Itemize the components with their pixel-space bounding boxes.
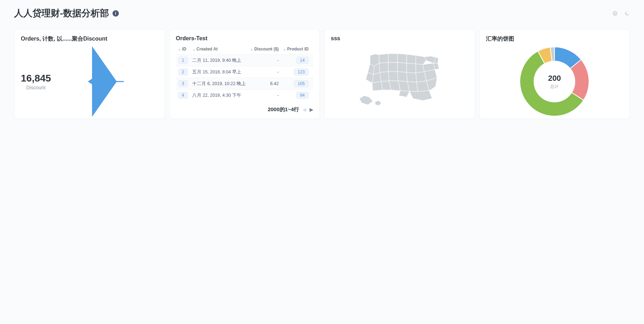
pager: 2000的1~4行 ◀ ▶	[176, 103, 314, 113]
sort-caret-icon: ▲	[178, 48, 181, 51]
dashboard-header: 人人贷理财-数据分析部 i	[14, 7, 630, 19]
dashboard-page: 人人贷理财-数据分析部 i Orders, 计数, 以......聚合Disco…	[0, 0, 644, 126]
col-discount[interactable]: ▲Discount ($)	[248, 45, 281, 55]
cell-created-at: 五月 15, 2018, 8:04 早上	[190, 66, 248, 78]
donut-chart: 200 总计	[486, 46, 624, 117]
pager-prev-icon: ◀	[303, 107, 306, 112]
table-row[interactable]: 1 二月 11, 2019, 9:40 晚上 - 14	[176, 55, 314, 66]
title-wrap: 人人贷理财-数据分析部 i	[14, 7, 119, 19]
header-action-icons	[612, 11, 630, 16]
cell-created-at: 十二月 6, 2019, 10:22 晚上	[190, 78, 248, 90]
table-header-row: ▲ID ▲Created At ▲Discount ($) ▲Product I…	[176, 45, 314, 55]
scalar-text: 16,845 Discount	[21, 73, 51, 90]
card-title: Orders-Test	[176, 35, 314, 42]
page-title: 人人贷理财-数据分析部	[14, 7, 109, 19]
col-label: Discount ($)	[254, 47, 279, 52]
donut-center-label: 总计	[548, 84, 561, 90]
cell-created-at: 二月 11, 2019, 9:40 晚上	[190, 55, 248, 66]
card-orders-test[interactable]: Orders-Test ▲ID ▲Created At ▲Discount ($…	[169, 29, 320, 119]
table-row[interactable]: 2 五月 15, 2018, 8:04 早上 - 123	[176, 66, 314, 78]
clock-icon[interactable]	[612, 11, 618, 16]
sort-caret-icon: ▲	[192, 48, 195, 51]
table-row[interactable]: 4 八月 22, 2019, 4:30 下午 - 94	[176, 90, 314, 101]
col-label: Created At	[196, 47, 218, 52]
product-id-pill[interactable]: 123	[294, 68, 309, 76]
card-sss-map[interactable]: sss	[324, 29, 475, 119]
cell-discount: -	[248, 66, 281, 78]
card-smart-scalar[interactable]: Orders, 计数, 以......聚合Discount 16,845 Dis…	[14, 29, 165, 119]
cell-created-at: 八月 22, 2019, 4:30 下午	[190, 90, 248, 101]
table-wrap: ▲ID ▲Created At ▲Discount ($) ▲Product I…	[176, 45, 314, 103]
donut-center: 200 总计	[548, 74, 561, 90]
id-pill[interactable]: 2	[178, 68, 188, 76]
cell-discount: 6.42	[248, 78, 281, 90]
product-id-pill[interactable]: 14	[296, 57, 309, 64]
id-pill[interactable]: 1	[178, 57, 188, 64]
table-row[interactable]: 3 十二月 6, 2019, 10:22 晚上 6.42 105	[176, 78, 314, 90]
smart-scalar-body: 16,845 Discount	[21, 46, 158, 117]
cell-discount: -	[248, 55, 281, 66]
col-label: ID	[182, 47, 186, 52]
sort-caret-icon: ▲	[313, 48, 313, 51]
col-overflow[interactable]: ▲C	[311, 45, 313, 55]
col-label: Product ID	[287, 47, 309, 52]
id-pill[interactable]: 4	[178, 92, 188, 99]
distribution-shape-icon	[54, 46, 158, 117]
sort-caret-icon: ▲	[250, 48, 253, 51]
card-title: 汇率的饼图	[486, 35, 624, 43]
col-created-at[interactable]: ▲Created At	[190, 45, 248, 55]
card-title: Orders, 计数, 以......聚合Discount	[21, 35, 158, 43]
card-title: sss	[331, 35, 468, 42]
sort-caret-icon: ▲	[283, 48, 286, 51]
info-icon[interactable]: i	[113, 10, 119, 17]
col-product-id[interactable]: ▲Product ID	[281, 45, 311, 55]
id-pill[interactable]: 3	[178, 80, 188, 87]
col-id[interactable]: ▲ID	[176, 45, 190, 55]
moon-icon[interactable]	[624, 11, 630, 16]
product-id-pill[interactable]: 94	[296, 92, 309, 99]
card-pie[interactable]: 汇率的饼图 200 总计	[479, 29, 630, 119]
cell-discount: -	[248, 90, 281, 101]
donut-center-value: 200	[548, 74, 561, 83]
cards-row: Orders, 计数, 以......聚合Discount 16,845 Dis…	[14, 29, 630, 119]
pager-next-icon[interactable]: ▶	[310, 107, 313, 112]
scalar-value: 16,845	[21, 73, 51, 84]
pager-text: 2000的1~4行	[268, 106, 299, 113]
orders-table: ▲ID ▲Created At ▲Discount ($) ▲Product I…	[176, 45, 314, 101]
product-id-pill[interactable]: 105	[294, 80, 309, 87]
us-map-icon	[331, 45, 468, 113]
scalar-label: Discount	[21, 85, 51, 90]
svg-marker-2	[88, 79, 92, 84]
